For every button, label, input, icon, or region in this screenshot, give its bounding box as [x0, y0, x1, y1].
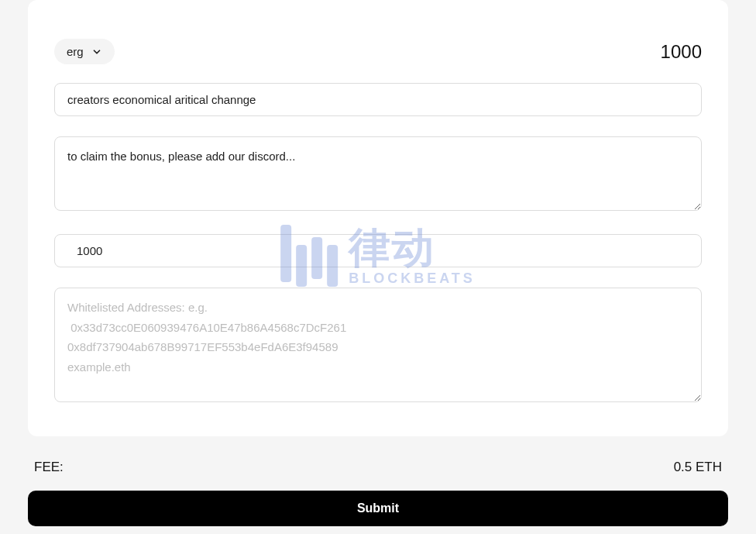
title-input[interactable]	[54, 83, 702, 116]
fee-row: FEE: 0.5 ETH	[0, 460, 756, 475]
description-textarea[interactable]	[54, 136, 702, 211]
fee-label: FEE:	[34, 460, 64, 475]
chevron-down-icon	[91, 47, 102, 57]
fee-value: 0.5 ETH	[674, 460, 722, 475]
amount-input[interactable]	[54, 234, 702, 267]
token-selector[interactable]: erg	[54, 39, 115, 64]
token-label: erg	[67, 45, 84, 58]
whitelist-textarea[interactable]	[54, 288, 702, 402]
top-row: erg 1000	[54, 39, 702, 64]
form-card: erg 1000	[28, 0, 728, 436]
balance-value: 1000	[661, 41, 702, 63]
submit-button[interactable]: Submit	[28, 491, 728, 526]
